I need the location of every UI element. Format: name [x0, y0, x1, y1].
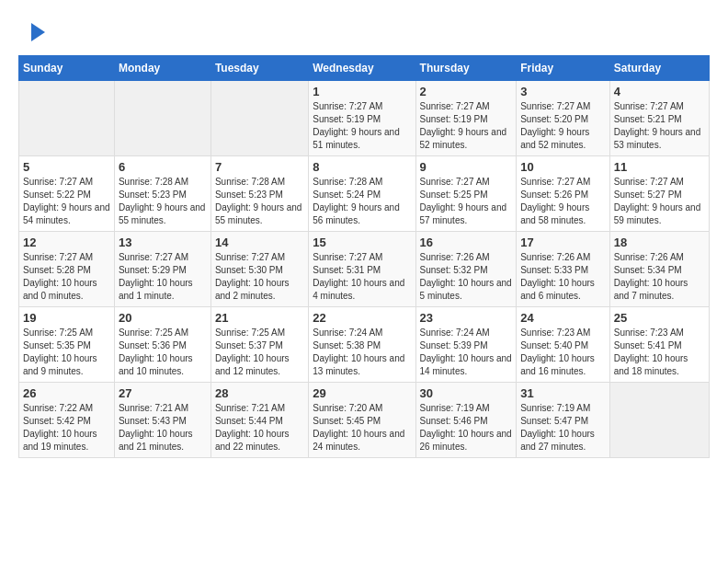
day-number: 1	[313, 85, 411, 98]
calendar-cell: 6 Sunrise: 7:28 AM Sunset: 5:23 PM Dayli…	[114, 156, 210, 232]
day-info: Sunrise: 7:23 AM Sunset: 5:41 PM Dayligh…	[614, 327, 705, 378]
day-info: Sunrise: 7:27 AM Sunset: 5:20 PM Dayligh…	[520, 100, 606, 152]
calendar-cell: 14 Sunrise: 7:27 AM Sunset: 5:30 PM Dayl…	[210, 232, 308, 307]
calendar-week-row: 1 Sunrise: 7:27 AM Sunset: 5:19 PM Dayli…	[19, 81, 710, 156]
day-info: Sunrise: 7:27 AM Sunset: 5:19 PM Dayligh…	[420, 100, 513, 152]
logo-icon	[22, 18, 50, 46]
calendar-cell	[114, 81, 210, 156]
day-number: 26	[23, 386, 110, 400]
day-number: 13	[119, 236, 207, 249]
calendar-cell: 3 Sunrise: 7:27 AM Sunset: 5:20 PM Dayli…	[517, 81, 610, 156]
header-friday: Friday	[517, 56, 610, 81]
day-number: 16	[420, 236, 513, 249]
day-number: 5	[23, 160, 110, 174]
header-saturday: Saturday	[609, 56, 709, 81]
calendar-cell: 29 Sunrise: 7:20 AM Sunset: 5:45 PM Dayl…	[309, 383, 415, 458]
day-info: Sunrise: 7:25 AM Sunset: 5:37 PM Dayligh…	[215, 327, 304, 378]
day-number: 17	[520, 236, 606, 249]
calendar-table: SundayMondayTuesdayWednesdayThursdayFrid…	[18, 55, 710, 458]
calendar-cell: 15 Sunrise: 7:27 AM Sunset: 5:31 PM Dayl…	[309, 232, 415, 307]
header-wednesday: Wednesday	[309, 56, 415, 81]
day-number: 10	[520, 160, 606, 174]
calendar-cell: 31 Sunrise: 7:19 AM Sunset: 5:47 PM Dayl…	[517, 383, 610, 458]
day-info: Sunrise: 7:27 AM Sunset: 5:30 PM Dayligh…	[215, 251, 304, 303]
calendar-week-row: 12 Sunrise: 7:27 AM Sunset: 5:28 PM Dayl…	[19, 232, 710, 307]
day-info: Sunrise: 7:20 AM Sunset: 5:45 PM Dayligh…	[313, 402, 411, 454]
day-number: 12	[23, 236, 110, 249]
calendar-cell: 9 Sunrise: 7:27 AM Sunset: 5:25 PM Dayli…	[415, 156, 517, 232]
svg-marker-0	[31, 23, 45, 41]
calendar-cell: 21 Sunrise: 7:25 AM Sunset: 5:37 PM Dayl…	[210, 307, 308, 383]
header-sunday: Sunday	[19, 56, 115, 81]
day-number: 8	[313, 160, 411, 174]
day-number: 29	[313, 386, 411, 400]
calendar-header-row: SundayMondayTuesdayWednesdayThursdayFrid…	[19, 56, 710, 81]
header-thursday: Thursday	[415, 56, 517, 81]
calendar-cell: 22 Sunrise: 7:24 AM Sunset: 5:38 PM Dayl…	[309, 307, 415, 383]
page-header	[18, 18, 710, 46]
header-monday: Monday	[114, 56, 210, 81]
day-info: Sunrise: 7:26 AM Sunset: 5:34 PM Dayligh…	[614, 251, 705, 303]
calendar-cell: 4 Sunrise: 7:27 AM Sunset: 5:21 PM Dayli…	[609, 81, 709, 156]
header-tuesday: Tuesday	[210, 56, 308, 81]
day-number: 25	[614, 311, 705, 325]
day-number: 3	[520, 85, 606, 98]
calendar-cell: 16 Sunrise: 7:26 AM Sunset: 5:32 PM Dayl…	[415, 232, 517, 307]
day-number: 6	[119, 160, 207, 174]
calendar-cell: 17 Sunrise: 7:26 AM Sunset: 5:33 PM Dayl…	[517, 232, 610, 307]
calendar-cell: 26 Sunrise: 7:22 AM Sunset: 5:42 PM Dayl…	[19, 383, 115, 458]
day-number: 27	[119, 386, 207, 400]
calendar-cell: 1 Sunrise: 7:27 AM Sunset: 5:19 PM Dayli…	[309, 81, 415, 156]
day-info: Sunrise: 7:21 AM Sunset: 5:43 PM Dayligh…	[119, 402, 207, 454]
day-info: Sunrise: 7:21 AM Sunset: 5:44 PM Dayligh…	[215, 402, 304, 454]
day-info: Sunrise: 7:27 AM Sunset: 5:22 PM Dayligh…	[23, 176, 110, 227]
day-info: Sunrise: 7:28 AM Sunset: 5:23 PM Dayligh…	[119, 176, 207, 227]
calendar-cell: 7 Sunrise: 7:28 AM Sunset: 5:23 PM Dayli…	[210, 156, 308, 232]
calendar-cell: 12 Sunrise: 7:27 AM Sunset: 5:28 PM Dayl…	[19, 232, 115, 307]
calendar-cell	[609, 383, 709, 458]
calendar-cell: 23 Sunrise: 7:24 AM Sunset: 5:39 PM Dayl…	[415, 307, 517, 383]
day-info: Sunrise: 7:28 AM Sunset: 5:23 PM Dayligh…	[215, 176, 304, 227]
day-number: 21	[215, 311, 304, 325]
day-number: 23	[420, 311, 513, 325]
calendar-cell: 28 Sunrise: 7:21 AM Sunset: 5:44 PM Dayl…	[210, 383, 308, 458]
day-info: Sunrise: 7:26 AM Sunset: 5:32 PM Dayligh…	[420, 251, 513, 303]
day-number: 9	[420, 160, 513, 174]
calendar-cell	[210, 81, 308, 156]
calendar-week-row: 26 Sunrise: 7:22 AM Sunset: 5:42 PM Dayl…	[19, 383, 710, 458]
day-info: Sunrise: 7:27 AM Sunset: 5:19 PM Dayligh…	[313, 100, 411, 152]
calendar-week-row: 5 Sunrise: 7:27 AM Sunset: 5:22 PM Dayli…	[19, 156, 710, 232]
day-info: Sunrise: 7:27 AM Sunset: 5:28 PM Dayligh…	[23, 251, 110, 303]
calendar-week-row: 19 Sunrise: 7:25 AM Sunset: 5:35 PM Dayl…	[19, 307, 710, 383]
day-number: 7	[215, 160, 304, 174]
day-info: Sunrise: 7:27 AM Sunset: 5:25 PM Dayligh…	[420, 176, 513, 227]
logo	[18, 18, 50, 46]
day-info: Sunrise: 7:22 AM Sunset: 5:42 PM Dayligh…	[23, 402, 110, 454]
calendar-cell: 10 Sunrise: 7:27 AM Sunset: 5:26 PM Dayl…	[517, 156, 610, 232]
day-number: 18	[614, 236, 705, 249]
day-number: 15	[313, 236, 411, 249]
calendar-cell: 11 Sunrise: 7:27 AM Sunset: 5:27 PM Dayl…	[609, 156, 709, 232]
day-info: Sunrise: 7:25 AM Sunset: 5:35 PM Dayligh…	[23, 327, 110, 378]
day-number: 19	[23, 311, 110, 325]
day-number: 22	[313, 311, 411, 325]
day-info: Sunrise: 7:27 AM Sunset: 5:31 PM Dayligh…	[313, 251, 411, 303]
day-number: 31	[520, 386, 606, 400]
day-number: 14	[215, 236, 304, 249]
day-info: Sunrise: 7:23 AM Sunset: 5:40 PM Dayligh…	[520, 327, 606, 378]
day-info: Sunrise: 7:24 AM Sunset: 5:38 PM Dayligh…	[313, 327, 411, 378]
day-number: 24	[520, 311, 606, 325]
calendar-cell: 20 Sunrise: 7:25 AM Sunset: 5:36 PM Dayl…	[114, 307, 210, 383]
day-info: Sunrise: 7:26 AM Sunset: 5:33 PM Dayligh…	[520, 251, 606, 303]
day-info: Sunrise: 7:28 AM Sunset: 5:24 PM Dayligh…	[313, 176, 411, 227]
calendar-cell: 2 Sunrise: 7:27 AM Sunset: 5:19 PM Dayli…	[415, 81, 517, 156]
calendar-cell: 30 Sunrise: 7:19 AM Sunset: 5:46 PM Dayl…	[415, 383, 517, 458]
calendar-cell: 27 Sunrise: 7:21 AM Sunset: 5:43 PM Dayl…	[114, 383, 210, 458]
day-number: 28	[215, 386, 304, 400]
calendar-cell: 24 Sunrise: 7:23 AM Sunset: 5:40 PM Dayl…	[517, 307, 610, 383]
calendar-cell: 25 Sunrise: 7:23 AM Sunset: 5:41 PM Dayl…	[609, 307, 709, 383]
day-info: Sunrise: 7:25 AM Sunset: 5:36 PM Dayligh…	[119, 327, 207, 378]
calendar-cell: 5 Sunrise: 7:27 AM Sunset: 5:22 PM Dayli…	[19, 156, 115, 232]
day-number: 2	[420, 85, 513, 98]
day-info: Sunrise: 7:27 AM Sunset: 5:21 PM Dayligh…	[614, 100, 705, 152]
